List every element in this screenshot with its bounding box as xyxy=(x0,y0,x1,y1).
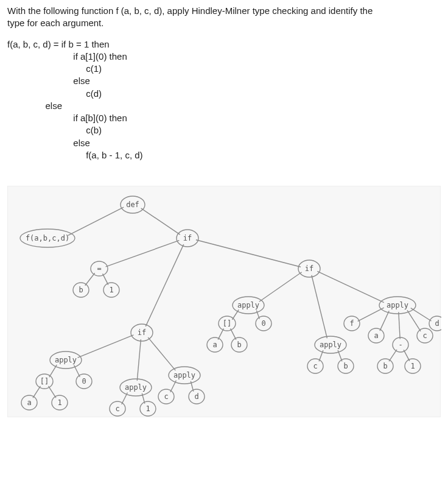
tree-node-if: if xyxy=(177,230,198,247)
tree-node-: - xyxy=(393,337,408,352)
tree-node-apply: apply xyxy=(233,297,264,314)
prompt-line-1: With the following function f (a, b, c, … xyxy=(7,5,373,16)
tree-node-label: b xyxy=(79,286,83,294)
code-line: c(b) xyxy=(7,125,102,135)
code-line: c(d) xyxy=(7,88,102,99)
tree-edge xyxy=(317,271,384,302)
tree-node-0: 0 xyxy=(256,316,271,331)
tree-edge xyxy=(259,272,302,302)
tree-node-label: 1 xyxy=(410,362,415,370)
tree-node-apply: apply xyxy=(120,379,152,396)
tree-edge xyxy=(196,240,301,267)
tree-node-label: c xyxy=(313,362,317,370)
function-definition: f(a, b, c, d) = if b = 1 then if a[1](0)… xyxy=(7,38,441,162)
tree-edge xyxy=(49,386,56,398)
tree-node-label: if xyxy=(183,234,192,242)
tree-node-1: 1 xyxy=(103,283,119,297)
tree-node-label: if xyxy=(305,264,313,273)
tree-edge xyxy=(399,312,400,339)
tree-node-label: [] xyxy=(223,319,231,328)
tree-edge xyxy=(33,386,40,398)
tree-node-label: b xyxy=(237,341,241,349)
tree-node-label: c xyxy=(164,392,168,401)
tree-node-f: f xyxy=(344,316,360,331)
tree-node-label: apply xyxy=(320,341,341,349)
tree-node-if: if xyxy=(298,260,320,277)
tree-edge xyxy=(137,339,141,381)
tree-node-1: 1 xyxy=(405,359,421,373)
tree-node-label: = xyxy=(97,264,101,273)
prompt-line-2: type for each argument. xyxy=(7,18,103,28)
tree-edge xyxy=(85,273,95,285)
tree-node-c: c xyxy=(110,401,125,416)
tree-node-label: c xyxy=(115,404,119,413)
tree-node-if: if xyxy=(131,324,153,341)
tree-node-c: c xyxy=(417,328,433,343)
tree-node-label: d xyxy=(194,392,198,401)
tree-node-1: 1 xyxy=(52,395,68,410)
tree-node-label: f(a,b,c,d) xyxy=(26,234,69,242)
tree-node-d: d xyxy=(429,316,441,331)
tree-edge xyxy=(358,308,384,321)
tree-node-apply: apply xyxy=(50,351,82,369)
tree-node-apply: apply xyxy=(169,367,200,384)
tree-node-label: 1 xyxy=(109,286,113,294)
tree-node-: = xyxy=(91,261,108,276)
code-line: c(1) xyxy=(7,63,102,74)
problem-statement: With the following function f (a, b, c, … xyxy=(7,5,441,30)
tree-node-label: apply xyxy=(55,356,77,364)
tree-edge xyxy=(78,335,134,358)
tree-node-label: a xyxy=(27,398,31,407)
tree-node-label: apply xyxy=(237,301,259,309)
code-line: if a[b](0) then xyxy=(7,113,127,123)
tree-node-d: d xyxy=(189,389,205,404)
ast-svg: deff(a,b,c,d)if=b1ifapply[]0a1applyc1app… xyxy=(8,186,441,418)
tree-node-label: - xyxy=(398,341,402,349)
code-line: else xyxy=(7,76,90,86)
code-line: if a[1](0) then xyxy=(7,51,127,62)
tree-edge xyxy=(411,308,432,321)
tree-node-label: apply xyxy=(125,383,147,392)
tree-node-label: 1 xyxy=(57,398,61,407)
tree-edge xyxy=(68,207,124,236)
tree-edge xyxy=(380,311,389,331)
tree-node-label: def xyxy=(126,200,139,209)
tree-node-a: a xyxy=(368,328,384,343)
tree-node-a: a xyxy=(207,337,223,352)
tree-node-label: 1 xyxy=(145,404,150,413)
code-line: else xyxy=(7,101,62,111)
tree-edge xyxy=(106,241,180,267)
tree-node-: [] xyxy=(36,374,53,389)
tree-node-b: b xyxy=(338,359,354,373)
tree-node-a: a xyxy=(21,395,37,410)
tree-node-label: apply xyxy=(173,371,195,379)
tree-node-label: a xyxy=(212,341,217,349)
tree-edge xyxy=(141,208,180,235)
tree-edge xyxy=(389,350,397,361)
tree-node-label: apply xyxy=(387,301,408,309)
page: With the following function f (a, b, c, … xyxy=(0,0,448,422)
code-line: f(a, b - 1, c, d) xyxy=(7,150,143,160)
tree-node-label: 0 xyxy=(82,377,86,386)
tree-node-label: b xyxy=(343,362,348,370)
tree-node-label: c xyxy=(422,331,427,340)
tree-node-label: 0 xyxy=(261,319,265,328)
tree-node-b: b xyxy=(231,337,247,352)
code-line: f(a, b, c, d) = if b = 1 then xyxy=(7,39,110,49)
code-line: else xyxy=(7,138,90,148)
tree-node-b: b xyxy=(377,359,393,373)
ast-diagram: deff(a,b,c,d)if=b1ifapply[]0a1applyc1app… xyxy=(7,186,441,417)
tree-node-b: b xyxy=(73,283,89,297)
tree-node-c: c xyxy=(158,389,174,404)
tree-node-label: a xyxy=(374,331,378,340)
tree-node-label: [] xyxy=(40,377,49,386)
tree-edge xyxy=(148,337,175,370)
tree-node-apply: apply xyxy=(315,336,346,353)
tree-node-def: def xyxy=(121,196,145,213)
tree-node-label: b xyxy=(383,362,387,370)
tree-node-fabcd: f(a,b,c,d) xyxy=(20,229,75,247)
tree-node-: [] xyxy=(219,316,236,331)
tree-node-c: c xyxy=(307,359,323,373)
tree-edge xyxy=(312,275,327,338)
tree-node-label: if xyxy=(138,328,146,337)
